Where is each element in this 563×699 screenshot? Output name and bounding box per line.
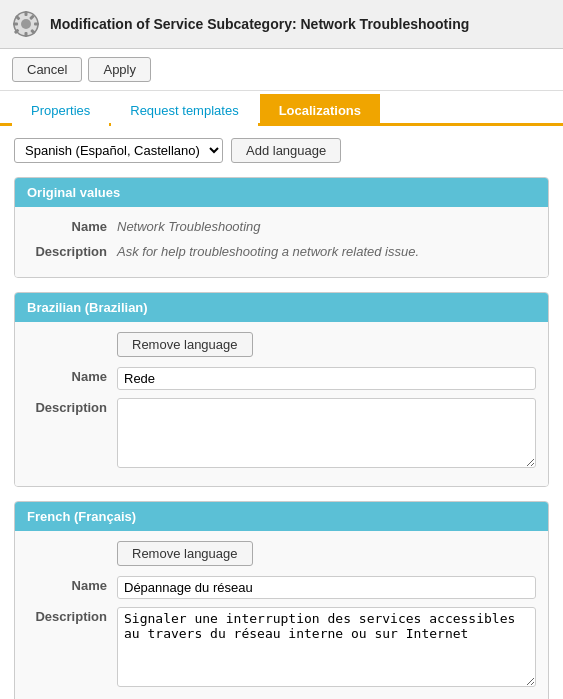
french-description-row: Description	[27, 607, 536, 687]
tab-localizations[interactable]: Localizations	[260, 94, 380, 126]
original-name-label: Name	[27, 217, 117, 234]
svg-point-1	[21, 19, 31, 29]
brazilian-body: Remove language Name Description	[15, 322, 548, 486]
brazilian-description-textarea[interactable]	[117, 398, 536, 468]
brazilian-description-row: Description	[27, 398, 536, 468]
language-select[interactable]: Spanish (Español, Castellano) Brazilian …	[14, 138, 223, 163]
french-remove-row: Remove language	[117, 541, 536, 566]
toolbar: Cancel Apply	[0, 49, 563, 91]
gear-icon	[12, 10, 40, 38]
brazilian-header: Brazilian (Brazilian)	[15, 293, 548, 322]
cancel-button[interactable]: Cancel	[12, 57, 82, 82]
tab-request-templates[interactable]: Request templates	[111, 94, 257, 126]
french-header: French (Français)	[15, 502, 548, 531]
brazilian-description-label: Description	[27, 398, 117, 415]
tab-properties[interactable]: Properties	[12, 94, 109, 126]
french-name-input[interactable]	[117, 576, 536, 599]
svg-rect-3	[25, 32, 28, 37]
language-selector-row: Spanish (Español, Castellano) Brazilian …	[14, 138, 549, 163]
apply-button[interactable]: Apply	[88, 57, 151, 82]
original-values-body: Name Network Troubleshooting Description…	[15, 207, 548, 277]
original-values-panel: Original values Name Network Troubleshoo…	[14, 177, 549, 278]
add-language-button[interactable]: Add language	[231, 138, 341, 163]
brazilian-name-label: Name	[27, 367, 117, 384]
original-values-header: Original values	[15, 178, 548, 207]
brazilian-name-row: Name	[27, 367, 536, 390]
brazilian-panel: Brazilian (Brazilian) Remove language Na…	[14, 292, 549, 487]
tabs-bar: Properties Request templates Localizatio…	[0, 91, 563, 126]
original-name-value: Network Troubleshooting	[117, 217, 261, 234]
original-description-value: Ask for help troubleshooting a network r…	[117, 242, 419, 259]
french-name-label: Name	[27, 576, 117, 593]
page-header: Modification of Service Subcategory: Net…	[0, 0, 563, 49]
svg-rect-5	[34, 23, 39, 26]
french-remove-language-button[interactable]: Remove language	[117, 541, 253, 566]
french-body: Remove language Name Description	[15, 531, 548, 699]
french-panel: French (Français) Remove language Name D…	[14, 501, 549, 699]
french-description-label: Description	[27, 607, 117, 624]
page-title: Modification of Service Subcategory: Net…	[50, 16, 469, 32]
brazilian-name-input[interactable]	[117, 367, 536, 390]
svg-rect-2	[25, 11, 28, 16]
brazilian-remove-language-button[interactable]: Remove language	[117, 332, 253, 357]
main-content: Spanish (Español, Castellano) Brazilian …	[0, 126, 563, 699]
svg-rect-4	[13, 23, 18, 26]
french-description-textarea[interactable]	[117, 607, 536, 687]
original-description-label: Description	[27, 242, 117, 259]
original-description-row: Description Ask for help troubleshooting…	[27, 242, 536, 259]
french-name-row: Name	[27, 576, 536, 599]
original-name-row: Name Network Troubleshooting	[27, 217, 536, 234]
brazilian-remove-row: Remove language	[117, 332, 536, 357]
